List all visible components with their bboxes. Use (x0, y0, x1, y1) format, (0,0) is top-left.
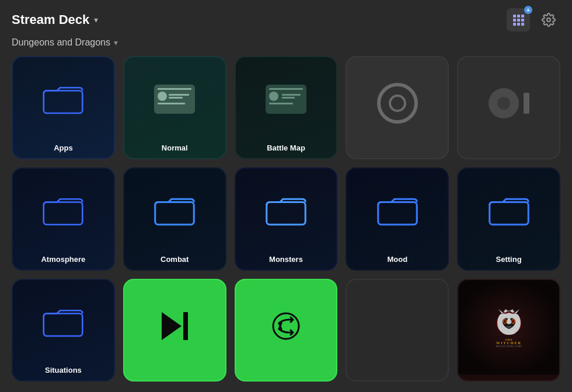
combat-icon-area (124, 169, 225, 253)
next-track-icon (162, 312, 188, 340)
layout-top-row (158, 88, 191, 90)
circle-shape (489, 88, 519, 118)
monsters-folder-icon (266, 194, 306, 226)
playpause-icon (489, 88, 529, 118)
svg-rect-5 (378, 202, 417, 225)
button-grid: Apps (0, 54, 572, 390)
bm-bottom-row (269, 103, 303, 104)
svg-text:WITCHER: WITCHER (496, 341, 522, 345)
button-record[interactable] (346, 56, 449, 159)
button-combat[interactable]: Combat (123, 167, 226, 271)
button-monsters[interactable]: Monsters (235, 167, 338, 271)
svg-rect-7 (44, 314, 83, 337)
next-triangle (162, 312, 182, 340)
bm-lines (282, 94, 303, 99)
layout-icon (154, 85, 195, 114)
button-normal[interactable]: Normal (123, 56, 226, 159)
plus-badge: + (524, 6, 532, 14)
battle-map-icon-area (236, 57, 337, 141)
battle-map-label: Battle Map (267, 144, 305, 152)
button-next-track[interactable] (123, 279, 226, 382)
layout-line-1 (169, 94, 189, 96)
apps-label: Apps (54, 144, 73, 152)
header-left: Stream Deck ▾ (12, 12, 98, 27)
svg-point-8 (273, 313, 299, 339)
button-apps[interactable]: Apps (12, 56, 115, 159)
svg-point-0 (547, 18, 550, 22)
svg-text:ROLE PLAYING GAME: ROLE PLAYING GAME (496, 345, 522, 348)
empty-icon-area (347, 280, 448, 373)
layout-bottom-row (158, 103, 191, 104)
monsters-icon-area (236, 169, 337, 253)
svg-rect-1 (44, 91, 83, 114)
button-battle-map[interactable]: Battle Map (235, 56, 338, 159)
combat-label: Combat (161, 255, 189, 264)
atmosphere-folder-icon (43, 194, 83, 226)
app-window: Stream Deck ▾ + Dungeons and Dragons (0, 0, 572, 390)
mood-folder-icon (377, 194, 418, 226)
title-chevron-icon[interactable]: ▾ (94, 15, 98, 24)
svg-rect-4 (267, 202, 306, 225)
layout-top-bar (158, 88, 191, 90)
button-empty[interactable] (346, 279, 449, 382)
grid-icon (513, 15, 524, 26)
svg-rect-6 (489, 202, 528, 225)
button-shuffle[interactable] (235, 279, 338, 382)
record-icon (377, 83, 418, 124)
svg-point-15 (512, 320, 514, 323)
shuffle-icon-area (236, 280, 337, 373)
atmosphere-label: Atmosphere (41, 255, 85, 264)
situations-label: Situations (45, 366, 82, 374)
shuffle-icon (268, 312, 304, 341)
next-bar (183, 312, 188, 340)
button-situations[interactable]: Situations (12, 279, 115, 382)
gear-icon (542, 13, 556, 27)
normal-label: Normal (162, 144, 188, 152)
bm-mid-row (269, 92, 303, 101)
setting-label: Setting (496, 255, 522, 264)
layout-bottom-bar (158, 103, 184, 104)
witcher-wolf-icon: THE WITCHER ROLE PLAYING GAME (486, 307, 532, 348)
button-atmosphere[interactable]: Atmosphere (12, 167, 115, 271)
playpause-icon-area (458, 57, 559, 150)
witcher-icon-area: THE WITCHER ROLE PLAYING GAME (458, 280, 559, 375)
svg-rect-3 (155, 202, 194, 225)
situations-folder-icon (43, 306, 83, 338)
button-mood[interactable]: Mood (346, 167, 449, 271)
apps-icon-area (13, 57, 114, 141)
monsters-label: Monsters (269, 255, 303, 264)
setting-icon-area (458, 169, 559, 253)
profile-chevron-icon[interactable]: ▾ (114, 38, 118, 47)
layout-lines (169, 94, 191, 99)
inner-circle (497, 97, 510, 110)
button-playpause[interactable] (457, 56, 560, 159)
witcher-background: THE WITCHER ROLE PLAYING GAME (458, 280, 559, 375)
bm-bottom-bar (269, 103, 293, 104)
header-right: + (507, 8, 560, 32)
folder-icon (43, 83, 83, 115)
next-track-icon-area (124, 280, 225, 373)
settings-button[interactable] (537, 8, 560, 32)
bm-top-bar (269, 88, 303, 90)
svg-point-14 (504, 320, 505, 323)
bm-line-2 (282, 97, 295, 99)
setting-folder-icon (489, 194, 529, 226)
layout-mid-row (158, 92, 191, 101)
combat-folder-icon (154, 194, 195, 226)
mood-icon-area (347, 169, 448, 253)
header: Stream Deck ▾ + (0, 0, 572, 35)
layout-avatar (158, 92, 167, 101)
mood-label: Mood (387, 255, 407, 264)
battle-map-layout-icon (266, 85, 306, 114)
pause-bars (524, 93, 529, 114)
record-icon-area (347, 57, 448, 150)
bm-top-row (269, 88, 303, 90)
button-setting[interactable]: Setting (457, 167, 560, 271)
button-witcher[interactable]: THE WITCHER ROLE PLAYING GAME (457, 279, 560, 382)
profile-row: Dungeons and Dragons ▾ (0, 35, 572, 54)
situations-icon-area (13, 280, 114, 364)
add-deck-button[interactable]: + (507, 8, 530, 32)
pause-bar-1 (524, 93, 529, 114)
normal-icon-area (124, 57, 225, 141)
atmosphere-icon-area (13, 169, 114, 253)
